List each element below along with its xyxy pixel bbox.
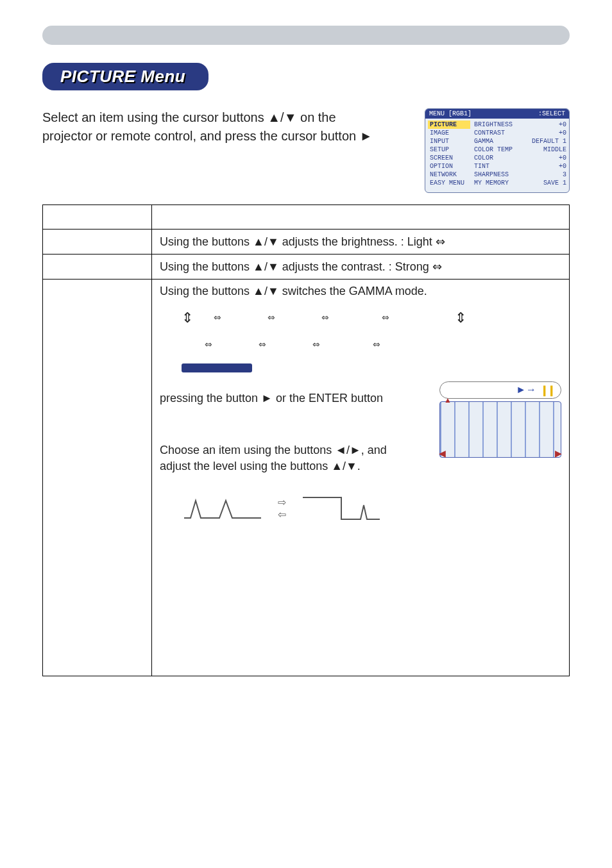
osd-row-value: +0 xyxy=(559,154,566,162)
double-arrow-icon: ⇔ xyxy=(214,308,221,327)
osd-row-label: BRIGHTNESS xyxy=(474,121,513,128)
eq-right-arrow-icon: ▶ xyxy=(555,448,562,458)
gamma-custom-label-bar xyxy=(182,363,252,372)
input-wave-icon xyxy=(184,496,261,521)
osd-row-value: MIDDLE xyxy=(543,146,566,153)
settings-table: Using the buttons ▲/▼ adjusts the bright… xyxy=(42,204,570,676)
osd-row-label: TINT xyxy=(474,163,489,170)
up-down-arrow-icon: ⇕ xyxy=(455,303,466,333)
osd-menu-thumbnail: MENU [RGB1] :SELECT PICTURE IMAGE INPUT … xyxy=(425,108,570,193)
text: adjust the level using the buttons ▲/▼. xyxy=(160,460,361,472)
intro-line-1: Select an item using the cursor buttons … xyxy=(42,110,336,124)
text: pressing the button ► or the ENTER butto… xyxy=(160,392,383,405)
intro-paragraph: Select an item using the cursor buttons … xyxy=(42,108,372,193)
row-desc-gamma: Using the buttons ▲/▼ switches the GAMMA… xyxy=(152,280,570,676)
arrow-right-icon: ⇨ xyxy=(278,496,286,508)
osd-left-item-picture: PICTURE xyxy=(428,121,470,129)
eq-left-arrow-icon: ◀ xyxy=(439,448,446,458)
double-arrow-icon: ⇔ xyxy=(312,335,320,354)
osd-row-label: SHARPNESS xyxy=(474,171,509,178)
table-row: Using the buttons ▲/▼ adjusts the bright… xyxy=(43,230,570,255)
table-head-item xyxy=(43,205,152,230)
osd-row-label: MY MEMORY xyxy=(474,179,509,187)
double-arrow-icon: ⇔ xyxy=(268,308,275,327)
osd-left-item: IMAGE xyxy=(428,129,470,137)
osd-row-value: DEFAULT 1 xyxy=(532,138,566,145)
page-header-bar xyxy=(42,26,570,45)
equalizer-widget: ►→ ❙❙ ▲ ◀ ▶ xyxy=(439,381,561,458)
osd-left-item: EASY MENU xyxy=(428,179,470,187)
osd-right-column: BRIGHTNESS+0 CONTRAST+0 GAMMADEFAULT 1 C… xyxy=(474,121,566,187)
eq-up-arrow-icon: ▲ xyxy=(444,396,452,405)
row-label-contrast xyxy=(43,255,152,280)
double-arrow-icon: ⇔ xyxy=(259,335,266,354)
osd-left-item: SETUP xyxy=(428,146,470,154)
waveform-illustration: ⇨ ⇦ xyxy=(160,494,561,523)
osd-left-item: INPUT xyxy=(428,137,470,146)
table-row: Using the buttons ▲/▼ adjusts the contra… xyxy=(43,255,570,280)
arrow-left-icon: ⇦ xyxy=(278,508,286,521)
double-arrow-icon: ⇔ xyxy=(373,335,380,354)
osd-left-item: NETWORK xyxy=(428,171,470,179)
osd-title-left: MENU [RGB1] xyxy=(429,110,472,117)
intro-line-2: projector or remote control, and press t… xyxy=(42,129,372,143)
gamma-modes-row-1: ⇕ ⇔ ⇔ ⇔ ⇔ ⇕ xyxy=(160,303,561,333)
gamma-desc-top: Using the buttons ▲/▼ switches the GAMMA… xyxy=(160,285,561,298)
row-label-brightness xyxy=(43,230,152,255)
osd-row-label: GAMMA xyxy=(474,138,493,145)
osd-left-item: SCREEN xyxy=(428,154,470,162)
eq-bars-icon: ❙❙ xyxy=(540,384,554,396)
osd-row-label: COLOR TEMP xyxy=(474,146,513,153)
osd-left-item: OPTION xyxy=(428,162,470,171)
table-row: Using the buttons ▲/▼ switches the GAMMA… xyxy=(43,280,570,676)
osd-row-value: SAVE 1 xyxy=(543,179,566,187)
row-desc-brightness: Using the buttons ▲/▼ adjusts the bright… xyxy=(152,230,570,255)
text: Choose an item using the buttons ◄/►, an… xyxy=(160,444,387,456)
osd-row-value: 3 xyxy=(563,171,566,178)
osd-row-label: CONTRAST xyxy=(474,129,505,137)
row-desc-contrast: Using the buttons ▲/▼ adjusts the contra… xyxy=(152,255,570,280)
double-arrow-icon: ⇔ xyxy=(382,308,389,327)
gamma-modes-row-2: ⇔ ⇔ ⇔ ⇔ xyxy=(160,333,561,357)
equalizer-bars: ▲ ◀ ▶ xyxy=(439,401,561,458)
osd-row-label: COLOR xyxy=(474,154,493,162)
row-label-gamma xyxy=(43,280,152,676)
osd-title-right: :SELECT xyxy=(538,110,565,117)
double-arrow-icon: ⇔ xyxy=(321,308,329,327)
osd-row-value: +0 xyxy=(559,129,566,137)
section-title-lozenge: PICTURE Menu xyxy=(42,63,208,90)
table-head-desc xyxy=(152,205,570,230)
double-arrow-icon: ⇔ xyxy=(205,335,212,354)
osd-row-value: +0 xyxy=(559,163,566,170)
eq-enter-arrow: ►→ xyxy=(516,384,536,396)
up-down-arrow-icon: ⇕ xyxy=(182,303,193,333)
osd-row-value: +0 xyxy=(559,121,566,128)
osd-left-column: PICTURE IMAGE INPUT SETUP SCREEN OPTION … xyxy=(428,121,470,187)
output-wave-icon xyxy=(303,494,380,523)
